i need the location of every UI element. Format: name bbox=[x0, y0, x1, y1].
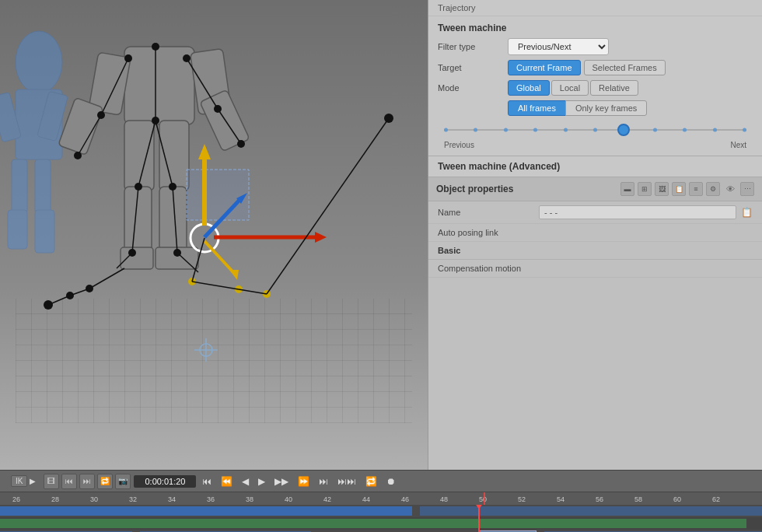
transport-end[interactable]: ⏭⏭ bbox=[334, 474, 359, 488]
transport-loop[interactable]: 🔁 bbox=[362, 474, 380, 488]
filter-type-label: Filter type bbox=[438, 42, 508, 51]
tool-icon-loop[interactable]: 🔁 bbox=[97, 474, 113, 489]
svg-rect-13 bbox=[121, 247, 153, 269]
name-prop-row: Name - - - 📋 bbox=[428, 201, 762, 224]
obj-props-icon-grid[interactable]: ⊞ bbox=[638, 182, 652, 196]
svg-point-32 bbox=[152, 117, 159, 124]
ik-triangle: ▶ bbox=[30, 477, 36, 485]
svg-text:46: 46 bbox=[401, 495, 409, 503]
svg-point-40 bbox=[214, 105, 222, 113]
auto-posing-link-row: Auto posing link bbox=[428, 224, 762, 242]
svg-text:60: 60 bbox=[673, 495, 681, 503]
ruler-svg: 26 28 30 32 34 36 38 40 42 44 46 48 50 5… bbox=[6, 492, 756, 505]
slider-dot bbox=[653, 128, 657, 132]
slider-next-label: Next bbox=[730, 141, 746, 149]
target-row: Target Current Frame Selected Frames bbox=[438, 60, 753, 75]
tween-slider-container bbox=[438, 121, 753, 139]
svg-rect-10 bbox=[159, 121, 189, 191]
track-block-green bbox=[0, 519, 746, 528]
slider-dot bbox=[564, 128, 568, 132]
svg-text:42: 42 bbox=[323, 495, 331, 503]
mode-relative-button[interactable]: Relative bbox=[590, 80, 638, 96]
track-block-blue-1 bbox=[0, 506, 412, 516]
obj-props-icon-more[interactable]: ⋯ bbox=[740, 182, 754, 196]
slider-dot bbox=[713, 128, 717, 132]
transport-next[interactable]: ▶▶ bbox=[271, 474, 292, 488]
slider-dot bbox=[474, 128, 477, 132]
transport-prev[interactable]: ◀ bbox=[239, 474, 252, 488]
obj-props-icon-minimize[interactable]: ▬ bbox=[620, 182, 634, 196]
slider-dots bbox=[444, 128, 746, 132]
only-key-frames-button[interactable]: Only key frames bbox=[565, 100, 647, 116]
obj-props-title: Object properties bbox=[436, 184, 617, 194]
svg-text:30: 30 bbox=[90, 495, 98, 503]
track-row-2 bbox=[0, 517, 762, 530]
viewport-canvas bbox=[0, 0, 428, 470]
svg-point-33 bbox=[135, 183, 142, 191]
mode-local-button[interactable]: Local bbox=[551, 80, 589, 96]
current-frame-button[interactable]: Current Frame bbox=[508, 60, 581, 75]
svg-line-56 bbox=[239, 289, 267, 294]
obj-props-header: Object properties ▬ ⊞ 🖼 📋 ≡ ⚙ 👁 ⋯ bbox=[428, 177, 762, 201]
svg-line-64 bbox=[70, 289, 89, 296]
svg-rect-9 bbox=[124, 121, 154, 191]
obj-props-icon-settings[interactable]: ⚙ bbox=[706, 182, 720, 196]
svg-point-36 bbox=[173, 249, 181, 257]
obj-props-icon-clip[interactable]: 📋 bbox=[672, 182, 686, 196]
transport-next-key[interactable]: ⏩ bbox=[295, 474, 313, 488]
tool-icon-film[interactable]: 🎞 bbox=[44, 474, 59, 489]
svg-marker-45 bbox=[198, 144, 211, 159]
svg-text:32: 32 bbox=[129, 495, 137, 503]
selected-frames-button[interactable]: Selected Frames bbox=[584, 60, 666, 75]
obj-props-icon-eye[interactable]: 👁 bbox=[723, 182, 737, 196]
svg-point-59 bbox=[384, 114, 393, 123]
tool-icon-next-frame[interactable]: ⏭ bbox=[79, 474, 95, 489]
timeline-tracks: 8 bbox=[0, 505, 762, 532]
slider-dot bbox=[593, 128, 597, 132]
compensation-motion-row: Compensation motion bbox=[428, 260, 762, 278]
time-display: 0:00:01:20 bbox=[134, 475, 196, 488]
character-skeleton bbox=[0, 0, 420, 389]
obj-props-icon-image[interactable]: 🖼 bbox=[655, 182, 669, 196]
name-copy-icon[interactable]: 📋 bbox=[741, 207, 753, 218]
viewport bbox=[0, 0, 428, 470]
mode-global-button[interactable]: Global bbox=[508, 80, 550, 96]
svg-point-41 bbox=[74, 152, 82, 159]
slider-dot bbox=[444, 128, 448, 132]
svg-text:26: 26 bbox=[12, 495, 20, 503]
timeline-playhead bbox=[478, 505, 480, 532]
mode-label: Mode bbox=[438, 83, 508, 93]
tween-slider-thumb[interactable] bbox=[617, 124, 630, 136]
svg-rect-19 bbox=[187, 170, 249, 220]
svg-line-55 bbox=[192, 282, 239, 289]
svg-point-38 bbox=[183, 54, 190, 62]
transport-record[interactable]: ⏺ bbox=[383, 474, 399, 488]
svg-point-35 bbox=[128, 249, 136, 257]
obj-props-icon-layers[interactable]: ≡ bbox=[689, 182, 703, 196]
tool-icon-prev-frame[interactable]: ⏮ bbox=[61, 474, 77, 489]
svg-text:44: 44 bbox=[362, 495, 370, 503]
filter-type-select[interactable]: Previous/Next bbox=[508, 38, 609, 55]
svg-text:62: 62 bbox=[712, 495, 720, 503]
transport-prev-key[interactable]: ⏪ bbox=[218, 474, 236, 488]
svg-text:40: 40 bbox=[285, 495, 292, 503]
svg-line-63 bbox=[48, 296, 70, 305]
tool-icon-camera[interactable]: 📷 bbox=[115, 474, 131, 489]
slider-dot bbox=[743, 128, 746, 132]
ik-button[interactable]: IK bbox=[11, 475, 27, 487]
slider-labels: Previous Next bbox=[438, 141, 753, 149]
svg-text:52: 52 bbox=[518, 495, 526, 503]
svg-marker-47 bbox=[315, 232, 327, 243]
svg-text:58: 58 bbox=[634, 495, 642, 503]
trajectory-label: Trajectory bbox=[428, 0, 762, 16]
svg-rect-4 bbox=[8, 210, 27, 249]
transport-play[interactable]: ▶ bbox=[255, 474, 268, 488]
transport-rewind[interactable]: ⏮ bbox=[199, 474, 215, 488]
svg-text:56: 56 bbox=[596, 495, 603, 503]
svg-text:36: 36 bbox=[207, 495, 215, 503]
all-frames-button[interactable]: All frames bbox=[508, 100, 566, 116]
transport-fast-fwd[interactable]: ⏭ bbox=[316, 474, 331, 488]
name-label: Name bbox=[438, 208, 539, 217]
svg-text:50: 50 bbox=[479, 495, 487, 503]
track-block-blue-2 bbox=[420, 506, 762, 516]
